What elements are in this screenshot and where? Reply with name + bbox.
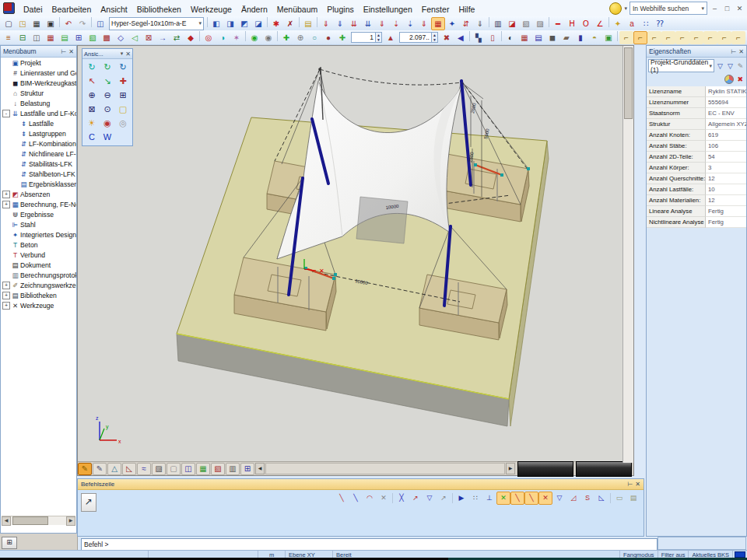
- scroll-thumb[interactable]: [12, 516, 48, 525]
- property-row[interactable]: Nichtlineare Analyse Fertig: [647, 217, 746, 228]
- snap-icon[interactable]: ╲: [524, 492, 538, 505]
- tree-item[interactable]: ▣ Projekt: [1, 58, 76, 68]
- tree-expander-icon[interactable]: [2, 89, 10, 97]
- spinner-arrows-icon[interactable]: ▲▼: [376, 32, 382, 43]
- toolbar-icon[interactable]: ◳: [16, 17, 30, 30]
- property-row[interactable]: Struktur Allgemein XYZ: [647, 119, 746, 130]
- activity-spinner[interactable]: 1 ▲▼: [351, 32, 382, 43]
- viewport-tab-icon[interactable]: ◫: [181, 463, 195, 475]
- tree-expander-icon[interactable]: +: [2, 201, 10, 208]
- snap-icon[interactable]: ╲: [349, 492, 363, 505]
- toolbar-icon[interactable]: ▲: [384, 31, 398, 44]
- menu-item[interactable]: Einstellungen: [359, 3, 417, 16]
- toolbar-icon[interactable]: ✚: [335, 31, 349, 44]
- property-row[interactable]: Anzahl 2D-Teile: 54: [647, 152, 746, 163]
- palette-icon[interactable]: ↻: [115, 60, 131, 74]
- property-row[interactable]: Anzahl Materialien: 12: [647, 195, 746, 206]
- viewport-tab-icon[interactable]: ▦: [196, 463, 210, 475]
- project-combo[interactable]: Hyper-Segel-10x10m-a-E ▾: [109, 17, 204, 30]
- snap-icon[interactable]: ∷: [468, 492, 482, 505]
- view-palette-header[interactable]: Ansic... ▾ ✕: [82, 49, 132, 59]
- toolbar-icon[interactable]: ↶: [61, 17, 75, 30]
- menu-item[interactable]: Ändern: [237, 3, 272, 16]
- ucs-icon[interactable]: [735, 551, 745, 558]
- tree-expander-icon[interactable]: [11, 120, 19, 128]
- tree-expander-icon[interactable]: [2, 100, 10, 107]
- minimize-button[interactable]: –: [710, 5, 720, 12]
- toolbar-icon[interactable]: ●: [321, 31, 335, 44]
- toolbar-icon[interactable]: ◪: [505, 17, 519, 30]
- toolbar-icon[interactable]: ▯: [486, 31, 500, 44]
- toolbar-icon[interactable]: ▣: [601, 31, 615, 44]
- property-row[interactable]: Anzahl Querschnitte: 12: [647, 173, 746, 184]
- toolbar-icon[interactable]: ✱: [269, 17, 283, 30]
- toolbar-icon[interactable]: ⇓: [417, 17, 431, 30]
- toolbar-icon[interactable]: ⇓: [319, 17, 333, 30]
- tree-expander-icon[interactable]: [2, 251, 10, 259]
- toolbar-icon[interactable]: ━: [551, 17, 565, 30]
- filter-check-icon[interactable]: ▽: [716, 62, 724, 70]
- selection-panel[interactable]: [356, 197, 408, 243]
- snap-icon[interactable]: ▶: [454, 492, 468, 505]
- model-viewport[interactable]: 10000 10000 2600 5600 2600 ✕ z y x: [77, 45, 634, 476]
- toolbar-icon[interactable]: ⊕: [293, 31, 307, 44]
- toolbar-icon[interactable]: ▦: [44, 31, 58, 44]
- menu-item[interactable]: Plugins: [322, 3, 358, 16]
- toolbar-icon[interactable]: ▢: [2, 17, 16, 30]
- tree-item[interactable]: ⋓ Ergebnisse: [1, 209, 76, 219]
- tree-horizontal-scrollbar[interactable]: ◀ ▶: [2, 516, 75, 525]
- command-input[interactable]: Befehl >: [81, 538, 658, 551]
- tree-expander-icon[interactable]: [2, 271, 10, 279]
- filter-edit-icon[interactable]: ▽: [726, 62, 735, 70]
- properties-combo[interactable]: Projekt-Grunddaten (1) ▾: [648, 59, 714, 72]
- property-row[interactable]: Anzahl Lastfälle: 10: [647, 184, 746, 195]
- toolbar-icon[interactable]: ◧: [209, 17, 223, 30]
- scroll-thumb[interactable]: [624, 47, 633, 119]
- viewport-tab-icon[interactable]: ◺: [122, 463, 136, 475]
- pointer-mode-button[interactable]: ↖: [81, 493, 96, 512]
- toolbar-icon[interactable]: ✶: [230, 31, 244, 44]
- toolbar-icon[interactable]: ✚: [279, 31, 293, 44]
- menu-item[interactable]: Ansicht: [96, 3, 132, 16]
- toolbar-icon[interactable]: ◉: [261, 31, 275, 44]
- menu-item[interactable]: Bearbeiten: [47, 3, 96, 16]
- menu-item[interactable]: Fenster: [417, 3, 454, 16]
- property-row[interactable]: Anzahl Körper: 3: [647, 163, 746, 173]
- menu-item[interactable]: Bibliotheken: [132, 3, 186, 16]
- snap-icon[interactable]: ↗: [409, 492, 423, 505]
- tree-item[interactable]: T Verbund: [1, 250, 76, 260]
- snap-icon[interactable]: ◿: [566, 492, 580, 505]
- viewport-tab-icon[interactable]: ▢: [167, 463, 181, 475]
- close-button[interactable]: ✕: [735, 5, 745, 12]
- toolbar-icon[interactable]: ◪: [251, 17, 265, 30]
- scroll-left-icon[interactable]: ◀: [2, 516, 11, 526]
- tree-expander-icon[interactable]: [2, 261, 10, 269]
- toolbar-icon[interactable]: ⇓: [473, 17, 487, 30]
- toolbar-icon[interactable]: ⇵: [459, 17, 473, 30]
- tree-item[interactable]: + ✐ Zeichnungswerkzeuge: [1, 280, 76, 290]
- toolbar-icon[interactable]: ▮: [573, 31, 587, 44]
- toolbar-icon[interactable]: ◑: [216, 31, 230, 44]
- palette-icon[interactable]: ↖: [84, 74, 100, 88]
- tree-expander-icon[interactable]: +: [2, 282, 10, 289]
- menu-item[interactable]: Menübaum: [272, 3, 323, 16]
- tree-item[interactable]: # Linienraster und Geschosse: [1, 68, 76, 78]
- snap-icon[interactable]: ✕: [538, 492, 552, 505]
- toolbar-icon[interactable]: ◼: [545, 31, 559, 44]
- toolbar-icon[interactable]: ▤: [58, 31, 72, 44]
- tree-expander-icon[interactable]: +: [2, 191, 10, 198]
- toolbar-icon[interactable]: →: [156, 31, 170, 44]
- webhelp-search-input[interactable]: In Webhilfe suchen ▾: [630, 2, 707, 15]
- toolbar-icon[interactable]: ⇓: [333, 17, 347, 30]
- palette-icon[interactable]: ◉: [100, 116, 115, 130]
- toolbar-icon[interactable]: ◁: [128, 31, 142, 44]
- toolbar-icon[interactable]: ▧: [86, 31, 100, 44]
- toolbar-icon[interactable]: ⌐: [633, 31, 647, 44]
- toolbar-icon[interactable]: ⌐: [717, 31, 731, 44]
- snap-icon[interactable]: ✕: [496, 492, 510, 505]
- toolbar-icon[interactable]: H: [565, 17, 579, 30]
- snap-icon[interactable]: ╲: [510, 492, 524, 505]
- viewport-tab-icon[interactable]: ⊞: [240, 463, 254, 475]
- palette-icon[interactable]: ⊕: [84, 88, 100, 102]
- toolbar-icon[interactable]: ✦: [445, 17, 459, 30]
